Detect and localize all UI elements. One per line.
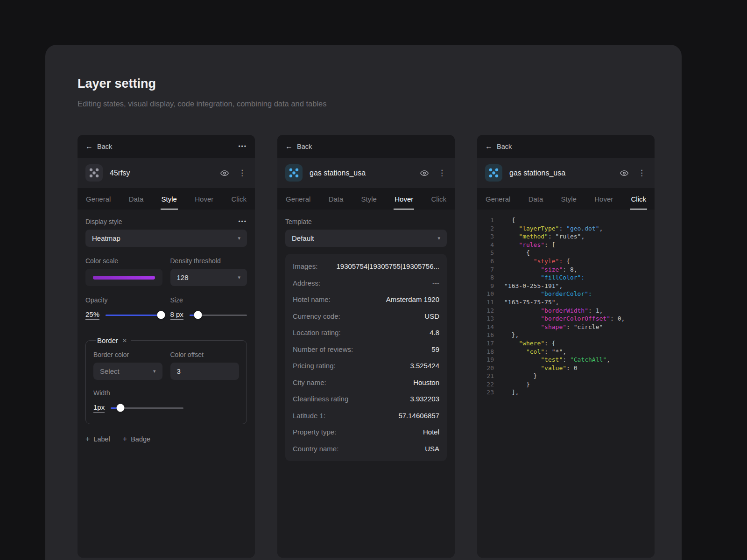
plus-icon: + bbox=[85, 435, 90, 443]
code-line: 17 "where": { bbox=[484, 339, 650, 348]
info-value: --- bbox=[432, 279, 439, 287]
line-number: 18 bbox=[484, 348, 494, 356]
code-text: "borderColorOffset": 0, bbox=[504, 315, 625, 323]
info-row: Pricing rating:3.525424 bbox=[293, 357, 439, 374]
tab-general[interactable]: General bbox=[85, 188, 112, 210]
info-label: Cleanliness rating bbox=[293, 395, 348, 403]
tab-data[interactable]: Data bbox=[328, 188, 345, 210]
width-value[interactable]: 1px bbox=[93, 403, 105, 413]
line-number: 12 bbox=[484, 307, 494, 315]
layer-dice-icon bbox=[485, 164, 502, 182]
slider-knob[interactable] bbox=[116, 404, 124, 412]
tab-style[interactable]: Style bbox=[360, 188, 378, 210]
tab-click[interactable]: Click bbox=[630, 188, 648, 210]
display-style-label: Display style bbox=[85, 218, 122, 225]
kebab-menu-icon[interactable]: ⋮ bbox=[237, 169, 247, 177]
display-style-select[interactable]: Heatmap ▾ bbox=[85, 230, 247, 247]
info-row: Location rating:4.8 bbox=[293, 324, 439, 341]
info-value: Hotel bbox=[423, 428, 439, 436]
slider-knob[interactable] bbox=[194, 311, 202, 319]
display-style-more-icon[interactable]: ••• bbox=[238, 218, 247, 225]
tab-data[interactable]: Data bbox=[528, 188, 544, 210]
line-number: 11 bbox=[484, 298, 494, 307]
back-button[interactable]: ← Back bbox=[485, 143, 512, 150]
info-label: Pricing rating: bbox=[293, 362, 336, 370]
kebab-menu-icon[interactable]: ⋮ bbox=[437, 169, 447, 177]
border-fieldset: Border ✕ Border color Select ▾ Color off… bbox=[85, 336, 247, 424]
line-number: 9 bbox=[484, 282, 494, 290]
display-style-value: Heatmap bbox=[92, 234, 120, 242]
code-text: ], bbox=[504, 388, 519, 397]
border-color-label: Border color bbox=[93, 351, 162, 358]
code-line: 1 { bbox=[484, 216, 650, 224]
back-button[interactable]: ← Back bbox=[85, 143, 112, 150]
size-value[interactable]: 8 px bbox=[170, 310, 183, 320]
add-badge-button[interactable]: + Badge bbox=[123, 435, 150, 443]
tab-style[interactable]: Style bbox=[560, 188, 578, 210]
back-label: Back bbox=[497, 143, 512, 150]
tab-general[interactable]: General bbox=[285, 188, 311, 210]
more-options-icon[interactable]: ••• bbox=[238, 143, 247, 150]
info-value: 59 bbox=[431, 345, 439, 353]
info-row: Property type:Hotel bbox=[293, 424, 439, 441]
color-scale-label: Color scale bbox=[85, 257, 162, 265]
back-arrow-icon: ← bbox=[85, 143, 93, 150]
info-label: Images: bbox=[293, 262, 317, 270]
info-label: Latitude 1: bbox=[293, 412, 325, 420]
code-text: "163-0-255-191", bbox=[504, 282, 563, 290]
tab-general[interactable]: General bbox=[485, 188, 511, 210]
density-threshold-select[interactable]: 128 ▾ bbox=[170, 269, 247, 286]
tab-click[interactable]: Click bbox=[430, 188, 448, 210]
border-close-icon[interactable]: ✕ bbox=[122, 337, 127, 344]
line-number: 3 bbox=[484, 232, 494, 241]
layer-panel-style: ← Back ••• 45rfsy ⋮ GeneralDa bbox=[78, 135, 255, 558]
visibility-eye-icon[interactable] bbox=[420, 168, 429, 178]
code-line: 6 "style": { bbox=[484, 257, 650, 266]
opacity-slider[interactable] bbox=[106, 315, 162, 316]
tab-data[interactable]: Data bbox=[128, 188, 145, 210]
code-text: "rules": [ bbox=[504, 241, 556, 249]
kebab-menu-icon[interactable]: ⋮ bbox=[637, 169, 647, 177]
visibility-eye-icon[interactable] bbox=[620, 168, 629, 178]
back-arrow-icon: ← bbox=[485, 143, 493, 150]
tab-style[interactable]: Style bbox=[161, 188, 178, 210]
color-offset-input[interactable] bbox=[170, 363, 240, 380]
code-text: "fillColor": bbox=[504, 273, 585, 282]
code-text: "shape": "circle" bbox=[504, 323, 603, 331]
back-button[interactable]: ← Back bbox=[285, 143, 312, 150]
color-scale-preview[interactable] bbox=[85, 269, 162, 286]
layer-row: gas stations_usa ⋮ bbox=[477, 158, 655, 188]
line-number: 16 bbox=[484, 331, 494, 339]
code-text: "style": { bbox=[504, 257, 570, 266]
opacity-value[interactable]: 25% bbox=[85, 310, 99, 320]
code-text: "value": 0 bbox=[504, 364, 578, 372]
code-text: }, bbox=[504, 331, 519, 339]
border-color-select[interactable]: Select ▾ bbox=[93, 363, 162, 380]
page-title: Layer setting bbox=[78, 77, 156, 91]
size-slider[interactable] bbox=[190, 315, 247, 316]
tab-hover[interactable]: Hover bbox=[593, 188, 614, 210]
slider-knob[interactable] bbox=[157, 311, 165, 319]
code-line: 19 "test": "CatchAll", bbox=[484, 356, 650, 364]
add-label-button[interactable]: + Label bbox=[85, 435, 110, 443]
info-value: 57.14606857 bbox=[398, 412, 439, 420]
info-label: Address: bbox=[293, 279, 320, 287]
code-text: { bbox=[504, 249, 530, 257]
slider-fill bbox=[106, 315, 161, 316]
template-select[interactable]: Default ▾ bbox=[285, 230, 447, 247]
back-arrow-icon: ← bbox=[285, 143, 293, 150]
width-slider[interactable] bbox=[111, 407, 183, 409]
tab-hover[interactable]: Hover bbox=[394, 188, 414, 210]
tab-hover[interactable]: Hover bbox=[194, 188, 214, 210]
info-value: USD bbox=[424, 312, 439, 320]
tab-click[interactable]: Click bbox=[231, 188, 248, 210]
add-badge-text: Badge bbox=[131, 435, 150, 443]
code-text: "method": "rules", bbox=[504, 232, 585, 241]
info-value: 3.932203 bbox=[410, 395, 439, 403]
line-number: 5 bbox=[484, 249, 494, 257]
code-editor[interactable]: 1 {2 "layerType": "geo.dot",3 "method": … bbox=[477, 210, 655, 558]
border-color-value: Select bbox=[100, 367, 120, 375]
visibility-eye-icon[interactable] bbox=[220, 168, 229, 178]
info-value: Houston bbox=[413, 378, 439, 386]
line-number: 23 bbox=[484, 388, 494, 397]
